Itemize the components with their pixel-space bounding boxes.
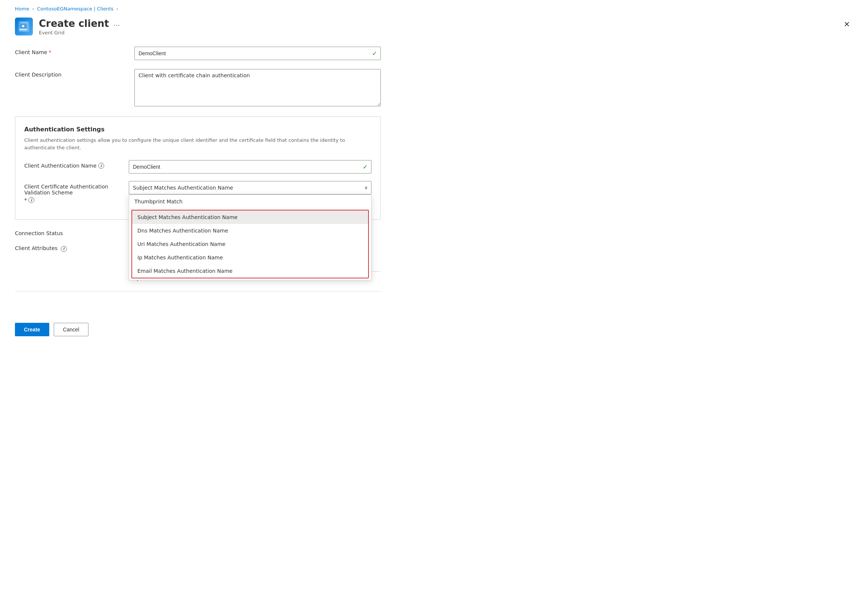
client-attrs-info-icon[interactable]: i [61, 246, 67, 252]
header-ellipsis-menu[interactable]: ... [113, 20, 120, 27]
client-attributes-label: Client Attributes i [15, 244, 134, 252]
validation-scheme-label: Client Certificate Authentication Valida… [24, 181, 129, 203]
validation-scheme-selected[interactable]: Subject Matches Authentication Name ∨ [129, 181, 371, 194]
dropdown-option-ip[interactable]: Ip Matches Authentication Name [132, 251, 368, 264]
auth-settings-box: Authentication Settings Client authentic… [15, 116, 381, 220]
action-buttons: Create Cancel [0, 315, 868, 344]
create-button[interactable]: Create [15, 323, 49, 336]
client-name-row: Client Name * ✓ [15, 47, 381, 60]
dropdown-option-thumbprint[interactable]: Thumbprint Match [129, 195, 371, 208]
auth-settings-desc: Client authentication settings allow you… [24, 137, 345, 151]
client-name-field: ✓ [134, 47, 381, 60]
svg-rect-1 [21, 22, 28, 27]
breadcrumb-namespace[interactable]: ContosoEGNamespace | Clients [37, 6, 113, 12]
svg-point-3 [22, 25, 24, 27]
auth-name-input[interactable] [129, 160, 371, 173]
client-description-textarea[interactable]: Client with certificate chain authentica… [134, 69, 381, 106]
header-title-block: Create client ... Event Grid [39, 18, 120, 35]
breadcrumb-sep-1: › [32, 6, 34, 12]
validation-scheme-info-icon[interactable]: i [29, 197, 34, 203]
dropdown-option-email[interactable]: Email Matches Authentication Name [132, 264, 368, 278]
close-button[interactable]: ✕ [841, 18, 853, 31]
validation-scheme-dropdown-menu: Thumbprint Match Subject Matches Authent… [129, 194, 371, 280]
page-header: Create client ... Event Grid ✕ [0, 15, 868, 43]
cancel-button[interactable]: Cancel [54, 323, 89, 336]
dropdown-outlined-group: Subject Matches Authentication Name Dns … [131, 210, 369, 278]
validation-scheme-field: Subject Matches Authentication Name ∨ Th… [129, 181, 371, 194]
auth-name-label: Client Authentication Name i [24, 160, 129, 169]
breadcrumb-home[interactable]: Home [15, 6, 29, 12]
breadcrumb: Home › ContosoEGNamespace | Clients › [0, 0, 868, 15]
form-container: Client Name * ✓ Client Description Clien… [0, 43, 396, 315]
dropdown-chevron-icon: ∨ [365, 185, 368, 190]
client-name-checkmark: ✓ [372, 50, 377, 57]
client-name-label: Client Name * [15, 47, 134, 55]
validation-scheme-selected-text: Subject Matches Authentication Name [133, 185, 233, 191]
client-description-row: Client Description Client with certifica… [15, 69, 381, 107]
svg-rect-2 [20, 24, 27, 29]
client-description-field: Client with certificate chain authentica… [134, 69, 381, 107]
dropdown-option-dns[interactable]: Dns Matches Authentication Name [132, 224, 368, 237]
form-divider [15, 291, 381, 292]
svg-rect-0 [20, 24, 27, 30]
client-description-label: Client Description [15, 69, 134, 78]
page-title: Create client [39, 18, 109, 29]
auth-name-row: Client Authentication Name i ✓ [24, 160, 371, 173]
client-name-required: * [48, 49, 51, 55]
auth-name-info-icon[interactable]: i [98, 163, 104, 169]
app-icon [15, 18, 33, 35]
auth-name-checkmark: ✓ [363, 164, 368, 170]
breadcrumb-sep-2: › [116, 6, 118, 12]
client-name-input-wrapper: ✓ [134, 47, 381, 60]
dropdown-option-uri[interactable]: Uri Matches Authentication Name [132, 237, 368, 251]
validation-scheme-required: * [24, 197, 27, 203]
auth-settings-title: Authentication Settings [24, 126, 371, 133]
client-name-input[interactable] [134, 47, 381, 60]
header-subtitle: Event Grid [39, 30, 120, 35]
header-left: Create client ... Event Grid [15, 18, 120, 35]
dropdown-option-subject[interactable]: Subject Matches Authentication Name [132, 211, 368, 224]
validation-scheme-row: Client Certificate Authentication Valida… [24, 181, 371, 203]
auth-name-field: ✓ [129, 160, 371, 173]
auth-name-input-wrapper: ✓ [129, 160, 371, 173]
validation-scheme-dropdown[interactable]: Subject Matches Authentication Name ∨ Th… [129, 181, 371, 194]
connection-status-label: Connection Status [15, 229, 134, 236]
